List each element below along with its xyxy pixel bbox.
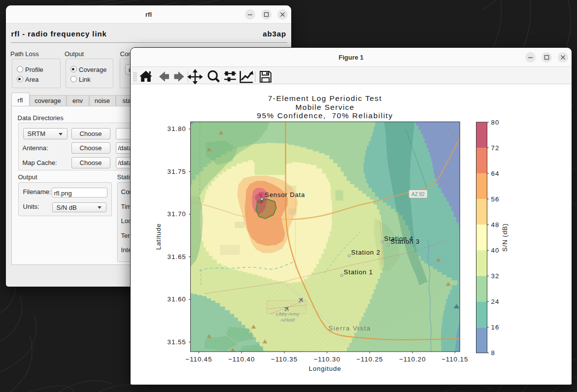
svg-text:AZ 82: AZ 82: [411, 192, 425, 197]
svg-text:Station 2: Station 2: [351, 249, 380, 256]
svg-text:Station 1: Station 1: [344, 268, 373, 276]
svg-text:31.60: 31.60: [168, 296, 186, 303]
svg-text:16: 16: [491, 324, 500, 331]
svg-text:Sensor Data: Sensor Data: [265, 191, 305, 198]
svg-text:Sierra Vista: Sierra Vista: [329, 325, 371, 332]
svg-text:−110.15: −110.15: [441, 356, 468, 363]
svg-text:−110.30: −110.30: [314, 356, 340, 363]
svg-text:−110.40: −110.40: [228, 356, 255, 363]
svg-text:24: 24: [491, 298, 500, 305]
svg-text:56: 56: [491, 196, 500, 203]
svg-text:31.80: 31.80: [168, 126, 186, 133]
svg-text:48: 48: [491, 221, 500, 229]
svg-text:64: 64: [491, 170, 500, 177]
svg-text:31.70: 31.70: [168, 211, 186, 218]
svg-text:31.55: 31.55: [168, 338, 186, 346]
svg-text:−110.35: −110.35: [271, 356, 298, 363]
svg-text:31.75: 31.75: [168, 168, 186, 175]
svg-text:−110.20: −110.20: [399, 356, 426, 363]
svg-text:Latitude: Latitude: [155, 223, 162, 250]
svg-text:80: 80: [491, 119, 500, 126]
svg-text:8: 8: [491, 349, 495, 357]
svg-text:Libby Army: Libby Army: [276, 311, 300, 317]
svg-text:S/N (dB): S/N (dB): [501, 223, 509, 252]
svg-text:95% Confidence, 70% Reliabili: 95% Confidence, 70% Reliability: [257, 111, 393, 120]
svg-text:31.65: 31.65: [168, 253, 186, 261]
svg-text:−110.45: −110.45: [185, 356, 212, 363]
svg-text:Mobile Service: Mobile Service: [296, 103, 355, 111]
svg-text:−110.25: −110.25: [356, 356, 383, 363]
svg-text:32: 32: [491, 272, 500, 280]
svg-text:Station 3: Station 3: [391, 238, 420, 245]
svg-text:7-Element Log Periodic Test: 7-Element Log Periodic Test: [268, 94, 382, 102]
svg-text:72: 72: [491, 144, 500, 152]
svg-text:Airfield: Airfield: [280, 317, 295, 323]
svg-text:40: 40: [491, 247, 500, 254]
svg-text:Longitude: Longitude: [309, 365, 341, 372]
